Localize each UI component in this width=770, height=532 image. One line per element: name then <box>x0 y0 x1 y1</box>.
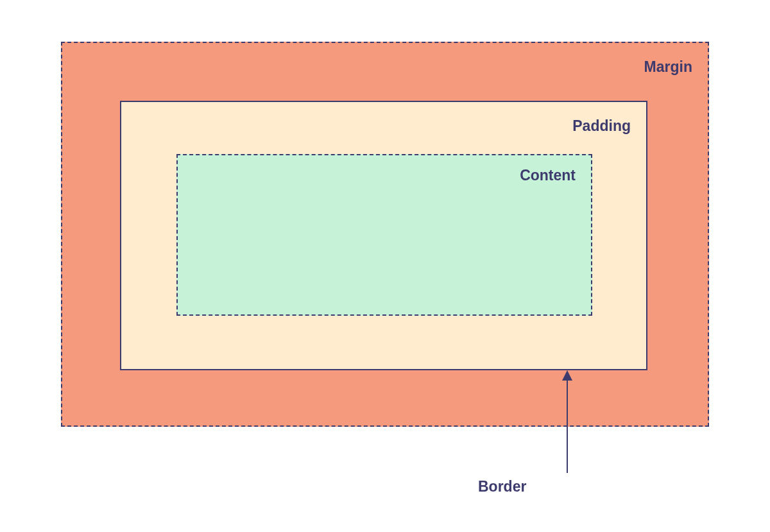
content-label: Content <box>520 167 576 184</box>
box-model-diagram: Margin Padding Content <box>61 42 709 427</box>
arrow-line <box>567 377 568 473</box>
content-box: Content <box>176 154 592 316</box>
margin-label: Margin <box>644 58 692 76</box>
padding-label: Padding <box>572 117 631 135</box>
border-label: Border <box>478 478 526 495</box>
border-arrow <box>555 370 581 473</box>
